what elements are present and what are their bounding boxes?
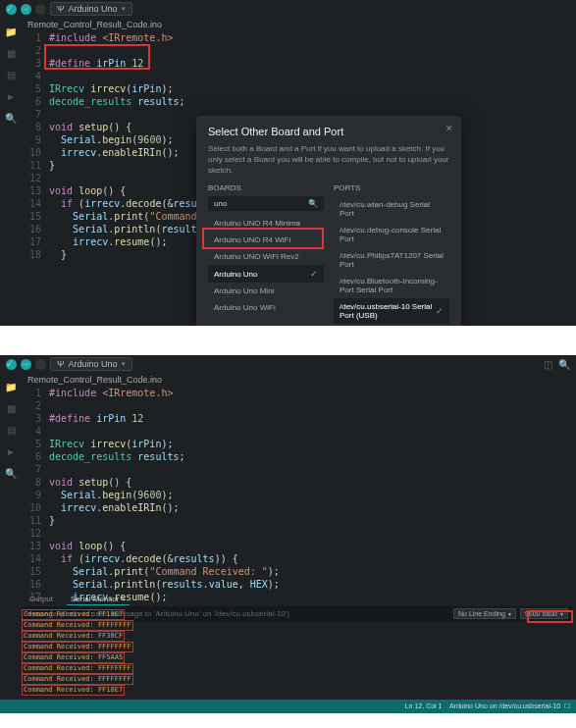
activity-bar: 📁 ▦ ▤ ► 🔍 [0, 373, 22, 713]
boards-header: BOARDS [208, 183, 324, 192]
top-right-icons: ◫ 🔍 [544, 359, 570, 370]
board-option[interactable]: Arduino UNO WiFi Rev2 [208, 248, 324, 265]
folder-icon[interactable]: 📁 [5, 26, 17, 37]
board-search-input[interactable]: uno 🔍 [208, 196, 324, 211]
serial-output: Command Received: FF18E7Command Received… [22, 609, 133, 696]
serial-plotter-icon[interactable]: ◫ [544, 359, 552, 370]
port-option[interactable]: /dev/cu.PhilipsTAT1207 Serial Port [334, 247, 449, 273]
debug-button[interactable] [35, 359, 46, 370]
line-ending-dropdown[interactable]: No Line Ending▾ [453, 608, 516, 619]
boards-column: BOARDS uno 🔍 Arduino UNO R4 MinimaArduin… [208, 183, 324, 324]
psi-icon: Ψ [57, 4, 65, 14]
folder-icon[interactable]: 📁 [5, 381, 17, 392]
dialog-desc: Select both a Board and a Port if you wa… [208, 143, 449, 176]
library-icon[interactable]: ▤ [5, 69, 17, 80]
psi-icon: Ψ [57, 359, 65, 369]
output-tab[interactable]: Output [26, 594, 57, 605]
serial-line: Command Received: FFFFFFFF [22, 663, 133, 674]
upload-button[interactable]: → [21, 359, 31, 370]
debug-icon[interactable]: ► [5, 445, 17, 457]
board-option[interactable]: Arduino Uno Mini [208, 283, 324, 299]
port-option[interactable]: /dev/cu.debug-console Serial Port [334, 222, 449, 247]
editor-tab[interactable]: Remote_Control_Result_Code.ino [22, 18, 576, 31]
dialog-title: Select Other Board and Port [208, 126, 449, 137]
chevron-down-icon: ▾ [122, 360, 126, 368]
activity-bar: 📁 ▦ ▤ ► 🔍 [0, 18, 22, 326]
output-tab[interactable]: Serial Monitor × [67, 594, 130, 605]
toolbar: ✓ → Ψ Arduino Uno ▾ [0, 355, 576, 373]
serial-monitor-icon[interactable]: 🔍 [558, 359, 570, 370]
verify-button[interactable]: ✓ [6, 4, 17, 15]
port-option[interactable]: /dev/cu.usbserial-10 Serial Port (USB)✓ [334, 298, 449, 324]
ide-window-board-dialog: ✓ → Ψ Arduino Uno ▾ 📁 ▦ ▤ ► 🔍 Remote_Con… [0, 0, 576, 326]
board-option[interactable]: Arduino Uno✓ [208, 265, 324, 283]
library-icon[interactable]: ▤ [5, 424, 17, 436]
board-option[interactable]: Arduino UNO R4 WiFi [208, 232, 324, 248]
code-editor[interactable]: 1#include <IRremote.h>23#define irPin 12… [22, 387, 576, 603]
search-icon[interactable]: 🔍 [5, 467, 17, 479]
status-bar: Ln 12, Col 1 Arduino Uno on /dev/cu.usbs… [0, 700, 576, 713]
ports-header: PORTS [334, 183, 449, 192]
port-status: Arduino Uno on /dev/cu.usbserial-10 [449, 702, 560, 709]
ide-window-serial: ✓ → Ψ Arduino Uno ▾ ◫ 🔍 📁 ▦ ▤ ► 🔍 Remote… [0, 355, 576, 713]
boards-icon[interactable]: ▦ [5, 47, 17, 59]
serial-line: Command Received: FF18E7 [22, 609, 133, 620]
close-icon[interactable]: ✕ [445, 124, 453, 133]
serial-line: Command Received: FF30CF [22, 631, 133, 642]
upload-button[interactable]: → [21, 4, 31, 15]
search-icon[interactable]: 🔍 [5, 112, 17, 124]
board-option[interactable]: Arduino Uno WiFi [208, 299, 324, 316]
search-icon: 🔍 [308, 199, 318, 208]
ports-column: PORTS /dev/cu.wlan-debug Serial Port/dev… [334, 183, 449, 324]
output-tabs: OutputSerial Monitor × [22, 592, 133, 607]
board-selector[interactable]: Ψ Arduino Uno ▾ [50, 357, 132, 371]
chevron-down-icon: ▾ [122, 5, 126, 13]
baud-dropdown[interactable]: 9600 baud▾ [520, 608, 568, 619]
toolbar: ✓ → Ψ Arduino Uno ▾ [0, 0, 576, 18]
serial-line: Command Received: FFFFFFFF [22, 674, 133, 685]
board-selector[interactable]: Ψ Arduino Uno ▾ [50, 2, 132, 16]
port-option[interactable]: /dev/cu.Bluetooth-Incoming-Port Serial P… [334, 273, 449, 298]
editor-tab[interactable]: Remote_Control_Result_Code.ino [22, 373, 576, 387]
serial-line: Command Received: FFFFFFFF [22, 642, 133, 652]
select-board-dialog: ✕ Select Other Board and Port Select bot… [196, 116, 461, 326]
cursor-position: Ln 12, Col 1 [405, 702, 443, 709]
verify-button[interactable]: ✓ [6, 359, 17, 370]
board-option[interactable]: Arduino UNO R4 Minima [208, 215, 324, 232]
debug-icon[interactable]: ► [5, 90, 17, 102]
serial-line: Command Received: FF18E7 [22, 685, 133, 696]
serial-line: Command Received: FF5AA5 [22, 652, 133, 663]
notification-icon[interactable]: ☐ [564, 702, 570, 709]
debug-button[interactable] [35, 4, 46, 15]
boards-icon[interactable]: ▦ [5, 402, 17, 414]
port-option[interactable]: /dev/cu.wlan-debug Serial Port [334, 196, 449, 222]
serial-line: Command Received: FFFFFFFF [22, 620, 133, 631]
